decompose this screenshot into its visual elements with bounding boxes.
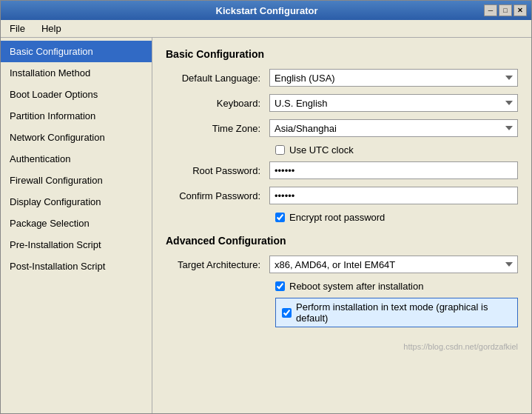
confirm-password-label: Confirm Password:: [166, 190, 269, 201]
timezone-label: Time Zone:: [166, 123, 269, 134]
file-menu[interactable]: File: [5, 21, 30, 36]
root-password-input[interactable]: [269, 161, 518, 179]
keyboard-label: Keyboard:: [166, 98, 269, 109]
reboot-checkbox[interactable]: [275, 281, 285, 291]
reboot-label[interactable]: Reboot system after installation: [289, 281, 423, 292]
basic-config-title: Basic Configuration: [166, 48, 518, 60]
confirm-password-input[interactable]: [269, 187, 518, 204]
text-mode-highlighted-row: Perform installation in text mode (graph…: [275, 298, 518, 327]
default-language-row: Default Language: English (USA): [166, 69, 518, 87]
advanced-config-title: Advanced Configuration: [166, 235, 518, 247]
confirm-password-row: Confirm Password:: [166, 187, 518, 204]
confirm-password-control: [269, 187, 518, 204]
root-password-label: Root Password:: [166, 165, 269, 176]
help-menu[interactable]: Help: [37, 21, 66, 36]
default-language-label: Default Language:: [166, 73, 269, 84]
text-mode-checkbox[interactable]: [282, 308, 292, 318]
sidebar: Basic Configuration Installation Method …: [1, 38, 152, 413]
encrypt-password-label[interactable]: Encrypt root password: [289, 212, 385, 223]
sidebar-item-installation-method[interactable]: Installation Method: [1, 62, 152, 84]
sidebar-item-pre-installation-script[interactable]: Pre-Installation Script: [1, 234, 152, 256]
text-mode-row: Perform installation in text mode (graph…: [166, 298, 518, 327]
title-bar: Kickstart Configurator ─ □ ✕: [1, 1, 531, 20]
sidebar-item-partition-information[interactable]: Partition Information: [1, 105, 152, 127]
timezone-row: Time Zone: Asia/Shanghai: [166, 119, 518, 137]
encrypt-password-checkbox[interactable]: [275, 213, 285, 222]
watermark: https://blog.csdn.net/gordzafkiel: [403, 342, 518, 351]
minimize-button[interactable]: ─: [484, 4, 497, 16]
utc-clock-checkbox[interactable]: [275, 145, 285, 155]
advanced-config-section: Advanced Configuration Target Architectu…: [166, 235, 518, 327]
root-password-control: [269, 161, 518, 179]
target-arch-control: x86, AMD64, or Intel EM64T: [269, 256, 518, 273]
target-arch-label: Target Architecture:: [166, 259, 269, 270]
reboot-row: Reboot system after installation: [166, 281, 518, 292]
utc-clock-row: Use UTC clock: [166, 144, 518, 156]
content-area: Basic Configuration Default Language: En…: [152, 38, 531, 413]
menu-bar: File Help: [1, 20, 531, 38]
sidebar-item-network-configuration[interactable]: Network Configuration: [1, 127, 152, 148]
sidebar-item-authentication[interactable]: Authentication: [1, 148, 152, 170]
maximize-button[interactable]: □: [499, 4, 512, 16]
keyboard-control: U.S. English: [269, 94, 518, 112]
window-controls: ─ □ ✕: [484, 4, 527, 16]
encrypt-password-row: Encrypt root password: [166, 212, 518, 223]
keyboard-row: Keyboard: U.S. English: [166, 94, 518, 112]
window-title: Kickstart Configurator: [50, 5, 484, 16]
close-button[interactable]: ✕: [514, 4, 527, 16]
target-arch-row: Target Architecture: x86, AMD64, or Inte…: [166, 256, 518, 273]
default-language-control: English (USA): [269, 69, 518, 87]
utc-clock-label[interactable]: Use UTC clock: [289, 144, 354, 156]
sidebar-item-package-selection[interactable]: Package Selection: [1, 213, 152, 234]
sidebar-item-basic-configuration[interactable]: Basic Configuration: [1, 41, 152, 62]
sidebar-item-boot-loader-options[interactable]: Boot Loader Options: [1, 84, 152, 105]
sidebar-item-display-configuration[interactable]: Display Configuration: [1, 191, 152, 213]
timezone-control: Asia/Shanghai: [269, 119, 518, 137]
text-mode-label[interactable]: Perform installation in text mode (graph…: [296, 301, 511, 324]
target-arch-select[interactable]: x86, AMD64, or Intel EM64T: [269, 256, 518, 273]
sidebar-item-post-installation-script[interactable]: Post-Installation Script: [1, 256, 152, 277]
sidebar-item-firewall-configuration[interactable]: Firewall Configuration: [1, 170, 152, 191]
root-password-row: Root Password:: [166, 161, 518, 179]
timezone-select[interactable]: Asia/Shanghai: [269, 119, 518, 137]
default-language-select[interactable]: English (USA): [269, 69, 518, 87]
keyboard-select[interactable]: U.S. English: [269, 94, 518, 112]
